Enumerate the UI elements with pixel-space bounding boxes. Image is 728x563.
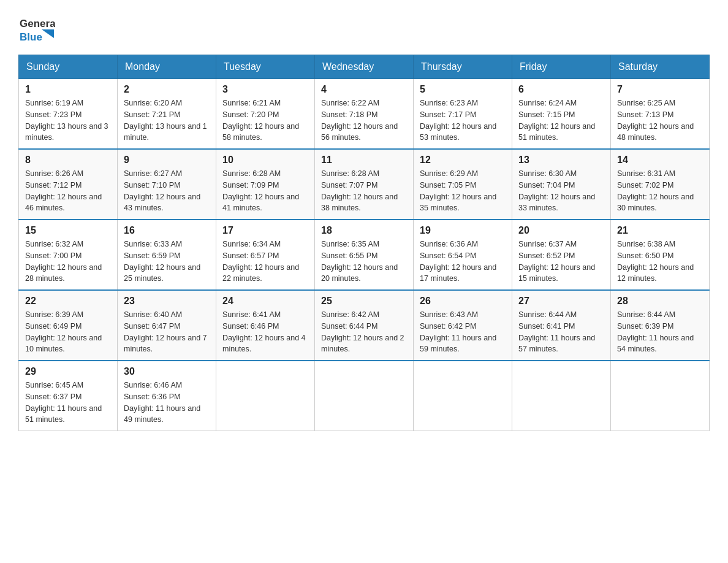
day-info: Sunrise: 6:38 AMSunset: 6:50 PMDaylight:… [617, 239, 703, 285]
day-info: Sunrise: 6:26 AMSunset: 7:12 PMDaylight:… [25, 168, 111, 214]
day-info: Sunrise: 6:32 AMSunset: 7:00 PMDaylight:… [25, 239, 111, 285]
day-number: 28 [617, 296, 703, 307]
day-info: Sunrise: 6:29 AMSunset: 7:05 PMDaylight:… [420, 168, 506, 214]
calendar-day-cell: 1Sunrise: 6:19 AMSunset: 7:23 PMDaylight… [19, 79, 118, 150]
day-number: 30 [124, 366, 210, 377]
day-info: Sunrise: 6:40 AMSunset: 6:47 PMDaylight:… [124, 309, 210, 355]
calendar-day-cell: 8Sunrise: 6:26 AMSunset: 7:12 PMDaylight… [19, 149, 118, 220]
day-number: 22 [25, 296, 111, 307]
calendar-day-cell: 15Sunrise: 6:32 AMSunset: 7:00 PMDayligh… [19, 220, 118, 290]
logo: General Blue [18, 12, 55, 48]
calendar-day-cell: 18Sunrise: 6:35 AMSunset: 6:55 PMDayligh… [315, 220, 414, 290]
day-number: 9 [124, 155, 210, 166]
day-info: Sunrise: 6:27 AMSunset: 7:10 PMDaylight:… [124, 168, 210, 214]
day-info: Sunrise: 6:43 AMSunset: 6:42 PMDaylight:… [420, 309, 506, 355]
calendar-day-cell: 11Sunrise: 6:28 AMSunset: 7:07 PMDayligh… [315, 149, 414, 220]
day-number: 19 [420, 225, 506, 236]
day-number: 2 [124, 84, 210, 95]
weekday-header-sunday: Sunday [19, 55, 118, 79]
calendar-day-cell: 26Sunrise: 6:43 AMSunset: 6:42 PMDayligh… [414, 290, 512, 361]
day-info: Sunrise: 6:23 AMSunset: 7:17 PMDaylight:… [420, 98, 506, 144]
day-info: Sunrise: 6:36 AMSunset: 6:54 PMDaylight:… [420, 239, 506, 285]
day-info: Sunrise: 6:45 AMSunset: 6:37 PMDaylight:… [25, 380, 111, 426]
day-info: Sunrise: 6:24 AMSunset: 7:15 PMDaylight:… [518, 98, 604, 144]
calendar-week-row: 22Sunrise: 6:39 AMSunset: 6:49 PMDayligh… [19, 290, 710, 361]
day-number: 25 [321, 296, 407, 307]
calendar-day-cell: 9Sunrise: 6:27 AMSunset: 7:10 PMDaylight… [118, 149, 216, 220]
calendar-day-cell: 6Sunrise: 6:24 AMSunset: 7:15 PMDaylight… [512, 79, 611, 150]
calendar-day-cell: 3Sunrise: 6:21 AMSunset: 7:20 PMDaylight… [216, 79, 315, 150]
day-number: 16 [124, 225, 210, 236]
calendar-day-cell [611, 361, 710, 431]
day-info: Sunrise: 6:28 AMSunset: 7:07 PMDaylight:… [321, 168, 407, 214]
day-info: Sunrise: 6:33 AMSunset: 6:59 PMDaylight:… [124, 239, 210, 285]
day-number: 10 [222, 155, 308, 166]
logo-icon: General Blue [18, 12, 55, 46]
day-number: 27 [518, 296, 604, 307]
calendar-day-cell: 24Sunrise: 6:41 AMSunset: 6:46 PMDayligh… [216, 290, 315, 361]
calendar-day-cell [414, 361, 512, 431]
day-number: 26 [420, 296, 506, 307]
calendar-day-cell: 2Sunrise: 6:20 AMSunset: 7:21 PMDaylight… [118, 79, 216, 150]
day-number: 3 [222, 84, 308, 95]
svg-marker-1 [42, 29, 54, 38]
calendar-day-cell: 29Sunrise: 6:45 AMSunset: 6:37 PMDayligh… [19, 361, 118, 431]
day-number: 24 [222, 296, 308, 307]
day-info: Sunrise: 6:37 AMSunset: 6:52 PMDaylight:… [518, 239, 604, 285]
calendar-day-cell: 4Sunrise: 6:22 AMSunset: 7:18 PMDaylight… [315, 79, 414, 150]
day-number: 21 [617, 225, 703, 236]
calendar-day-cell: 23Sunrise: 6:40 AMSunset: 6:47 PMDayligh… [118, 290, 216, 361]
day-info: Sunrise: 6:31 AMSunset: 7:02 PMDaylight:… [617, 168, 703, 214]
day-number: 20 [518, 225, 604, 236]
day-number: 15 [25, 225, 111, 236]
day-number: 8 [25, 155, 111, 166]
calendar-day-cell: 14Sunrise: 6:31 AMSunset: 7:02 PMDayligh… [611, 149, 710, 220]
calendar-week-row: 1Sunrise: 6:19 AMSunset: 7:23 PMDaylight… [19, 79, 710, 150]
calendar-day-cell [315, 361, 414, 431]
day-info: Sunrise: 6:25 AMSunset: 7:13 PMDaylight:… [617, 98, 703, 144]
page-header: General Blue [18, 12, 710, 48]
calendar-day-cell: 25Sunrise: 6:42 AMSunset: 6:44 PMDayligh… [315, 290, 414, 361]
day-number: 12 [420, 155, 506, 166]
weekday-header-thursday: Thursday [414, 55, 512, 79]
day-info: Sunrise: 6:28 AMSunset: 7:09 PMDaylight:… [222, 168, 308, 214]
weekday-header-row: SundayMondayTuesdayWednesdayThursdayFrid… [19, 55, 710, 79]
weekday-header-friday: Friday [512, 55, 611, 79]
calendar-day-cell: 5Sunrise: 6:23 AMSunset: 7:17 PMDaylight… [414, 79, 512, 150]
day-number: 18 [321, 225, 407, 236]
calendar-day-cell: 21Sunrise: 6:38 AMSunset: 6:50 PMDayligh… [611, 220, 710, 290]
calendar-day-cell: 13Sunrise: 6:30 AMSunset: 7:04 PMDayligh… [512, 149, 611, 220]
day-info: Sunrise: 6:20 AMSunset: 7:21 PMDaylight:… [124, 98, 210, 144]
day-info: Sunrise: 6:19 AMSunset: 7:23 PMDaylight:… [25, 98, 111, 144]
day-info: Sunrise: 6:42 AMSunset: 6:44 PMDaylight:… [321, 309, 407, 355]
calendar-day-cell [216, 361, 315, 431]
calendar-day-cell: 17Sunrise: 6:34 AMSunset: 6:57 PMDayligh… [216, 220, 315, 290]
day-info: Sunrise: 6:46 AMSunset: 6:36 PMDaylight:… [124, 380, 210, 426]
day-info: Sunrise: 6:30 AMSunset: 7:04 PMDaylight:… [518, 168, 604, 214]
calendar-week-row: 29Sunrise: 6:45 AMSunset: 6:37 PMDayligh… [19, 361, 710, 431]
day-info: Sunrise: 6:39 AMSunset: 6:49 PMDaylight:… [25, 309, 111, 355]
calendar-day-cell: 30Sunrise: 6:46 AMSunset: 6:36 PMDayligh… [118, 361, 216, 431]
calendar-week-row: 15Sunrise: 6:32 AMSunset: 7:00 PMDayligh… [19, 220, 710, 290]
calendar-day-cell: 16Sunrise: 6:33 AMSunset: 6:59 PMDayligh… [118, 220, 216, 290]
day-info: Sunrise: 6:22 AMSunset: 7:18 PMDaylight:… [321, 98, 407, 144]
day-number: 6 [518, 84, 604, 95]
calendar-day-cell: 7Sunrise: 6:25 AMSunset: 7:13 PMDaylight… [611, 79, 710, 150]
day-number: 11 [321, 155, 407, 166]
day-number: 1 [25, 84, 111, 95]
weekday-header-wednesday: Wednesday [315, 55, 414, 79]
day-info: Sunrise: 6:41 AMSunset: 6:46 PMDaylight:… [222, 309, 308, 355]
day-number: 23 [124, 296, 210, 307]
weekday-header-saturday: Saturday [611, 55, 710, 79]
day-info: Sunrise: 6:44 AMSunset: 6:39 PMDaylight:… [617, 309, 703, 355]
svg-text:General: General [20, 18, 55, 29]
day-number: 4 [321, 84, 407, 95]
day-info: Sunrise: 6:21 AMSunset: 7:20 PMDaylight:… [222, 98, 308, 144]
day-number: 17 [222, 225, 308, 236]
calendar-day-cell: 12Sunrise: 6:29 AMSunset: 7:05 PMDayligh… [414, 149, 512, 220]
day-number: 13 [518, 155, 604, 166]
weekday-header-tuesday: Tuesday [216, 55, 315, 79]
day-number: 29 [25, 366, 111, 377]
calendar-day-cell [512, 361, 611, 431]
svg-text:Blue: Blue [20, 31, 42, 43]
